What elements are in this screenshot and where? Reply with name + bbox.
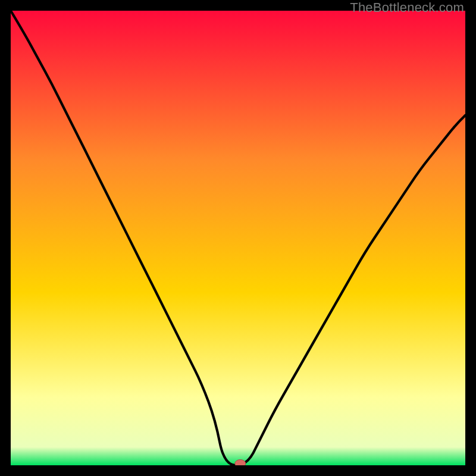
- watermark-text: TheBottleneck.com: [350, 0, 464, 15]
- optimum-marker: [235, 460, 246, 466]
- chart-frame: [11, 11, 465, 465]
- bottleneck-chart: [11, 11, 465, 465]
- gradient-background: [11, 11, 465, 465]
